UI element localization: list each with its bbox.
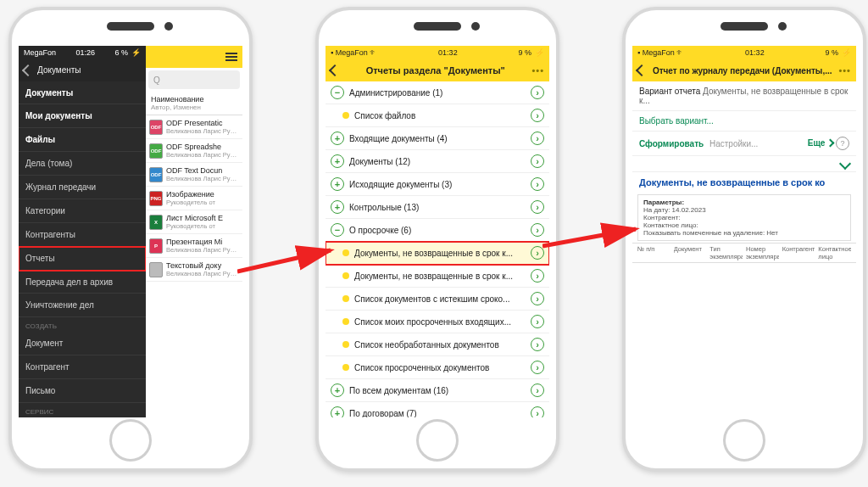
bullet-icon	[342, 249, 349, 256]
file-name: Презентация Mi	[166, 238, 239, 246]
file-row[interactable]: ODFODF SpreadsheВеликанова Ларис Руковод…	[146, 139, 242, 163]
more-icon[interactable]: •••	[838, 65, 851, 76]
tree-label: Список просроченных документов	[354, 363, 526, 372]
open-icon: ›	[531, 109, 544, 122]
collapse-toggle[interactable]	[632, 156, 856, 172]
tree-row[interactable]: Документы, не возвращенные в срок к...›	[326, 242, 549, 265]
nav-item[interactable]: Контрагенты	[19, 223, 146, 247]
open-icon: ›	[531, 406, 544, 417]
bullet-icon	[342, 112, 349, 119]
choose-variant-link[interactable]: Выбрать вариант...	[632, 111, 856, 132]
tree-label: По договорам (7)	[349, 409, 526, 418]
file-row[interactable]: PПрезентация MiВеликанова Ларис Руководи…	[146, 234, 242, 258]
tree-row[interactable]: Список файлов›	[326, 104, 549, 127]
file-row[interactable]: PNGИзображениеРуководитель от	[146, 187, 242, 210]
page-header: Отчеты раздела "Документы" •••	[326, 59, 549, 81]
expand-icon: +	[331, 406, 344, 417]
tree-label: Список моих просроченных входящих...	[354, 317, 526, 327]
generate-button[interactable]: Сформировать	[639, 139, 704, 148]
tree-row[interactable]: +Контрольные (13)›	[326, 196, 549, 219]
nav-item[interactable]: Категории	[19, 199, 146, 223]
tree-label: Исходящие документы (3)	[349, 180, 526, 189]
file-name: Лист Microsoft E	[166, 214, 239, 222]
tree-row[interactable]: −Администрирование (1)›	[326, 81, 549, 104]
nav-item[interactable]: Уничтожение дел	[19, 294, 146, 317]
tree-row[interactable]: Список моих просроченных входящих...›	[326, 311, 549, 333]
file-name: ODF Spreadshe	[166, 143, 239, 151]
tree-label: Список документов с истекшим сроко...	[354, 294, 526, 304]
page-title: Отчеты раздела "Документы"	[366, 65, 505, 76]
more-link[interactable]: Еще	[808, 138, 833, 148]
tree-row[interactable]: +Исходящие документы (3)›	[326, 173, 549, 196]
phone-1: MegaFon 01:26 6 % ⚡ Документы Документы …	[8, 7, 253, 472]
variant-row: Вариант отчета Документы, не возвращенны…	[632, 81, 856, 111]
tree-row[interactable]: +По всем документам (16)›	[326, 379, 549, 402]
back-icon	[22, 64, 34, 76]
back-icon[interactable]	[636, 64, 648, 76]
bullet-icon	[342, 341, 349, 348]
tree-row[interactable]: Список просроченных документов›	[326, 356, 549, 379]
status-right: 6 % ⚡	[114, 48, 141, 57]
file-row[interactable]: XЛист Microsoft EРуководитель от	[146, 210, 242, 234]
file-list: ODFODF PresentatiсВеликанова Ларис Руков…	[146, 115, 242, 282]
page-title: Отчет по журналу передачи (Документы,...	[653, 66, 832, 76]
content-pane: Q Наименование Автор, Изменен ODFODF Pre…	[146, 46, 242, 417]
file-meta: Руководитель от	[166, 222, 239, 230]
tree-label: Документы, не возвращенные в срок к...	[354, 249, 526, 258]
search-input[interactable]: Q	[148, 70, 240, 89]
nav-item[interactable]: Файлы	[19, 128, 146, 152]
tree-row[interactable]: Список документов с истекшим сроко...›	[326, 288, 549, 311]
file-meta: Великанова Ларис Руководитель от	[166, 270, 239, 277]
tree-row[interactable]: Список необработанных документов›	[326, 333, 549, 356]
file-row[interactable]: Текстовый докуВеликанова Ларис Руководит…	[146, 258, 242, 282]
file-type-icon: ODF	[149, 143, 163, 159]
file-meta: Великанова Ларис Руководитель от	[166, 175, 239, 182]
nav-item[interactable]: Контрагент	[19, 355, 146, 379]
open-icon: ›	[531, 200, 544, 214]
tree-row[interactable]: +Входящие документы (4)›	[326, 127, 549, 150]
nav-item[interactable]: Документы	[19, 81, 146, 105]
hamburger-icon[interactable]	[225, 51, 237, 63]
open-icon: ›	[531, 223, 544, 237]
sidebar: MegaFon 01:26 6 % ⚡ Документы Документы …	[19, 46, 146, 417]
tree-label: Список файлов	[354, 111, 526, 120]
open-icon: ›	[531, 383, 544, 397]
sidebar-header[interactable]: Документы	[19, 59, 146, 81]
camera-dot	[778, 22, 787, 31]
settings-link[interactable]: Настройки...	[709, 139, 758, 148]
file-row[interactable]: ODFODF Text DocunВеликанова Ларис Руково…	[146, 163, 242, 187]
report-title: Документы, не возвращенные в срок ко	[632, 172, 856, 193]
home-button[interactable]	[723, 419, 765, 462]
nav-item-reports[interactable]: Отчеты	[19, 247, 146, 271]
tree-label: О просрочке (6)	[349, 226, 526, 235]
back-icon[interactable]	[329, 64, 341, 76]
col-sub: Автор, Изменен	[151, 104, 237, 111]
tree-row[interactable]: Документы, не возвращенные в срок к...›	[326, 265, 549, 288]
more-icon[interactable]: •••	[531, 65, 544, 76]
tree-label: Администрирование (1)	[349, 88, 526, 98]
nav-item[interactable]: Дела (тома)	[19, 152, 146, 176]
help-icon[interactable]: ?	[836, 137, 849, 150]
tree-row[interactable]: +По договорам (7)›	[326, 402, 549, 417]
file-meta: Руководитель от	[166, 199, 239, 206]
expand-icon: +	[331, 200, 344, 214]
report-tree: −Администрирование (1)›Список файлов›+Вх…	[326, 81, 549, 417]
nav-item[interactable]: Мои документы	[19, 104, 146, 128]
home-button[interactable]	[109, 419, 152, 462]
clock: 01:26	[75, 48, 95, 57]
content-header	[146, 46, 242, 68]
nav-item[interactable]: Журнал передачи	[19, 176, 146, 199]
nav-item[interactable]: Письмо	[19, 379, 146, 403]
file-name: ODF Text Docun	[166, 166, 239, 175]
tree-row[interactable]: −О просрочке (6)›	[326, 219, 549, 242]
clock: 01:32	[438, 48, 458, 57]
open-icon: ›	[531, 269, 544, 283]
open-icon: ›	[531, 132, 544, 145]
file-row[interactable]: ODFODF PresentatiсВеликанова Ларис Руков…	[146, 115, 242, 139]
home-button[interactable]	[416, 419, 459, 462]
tree-row[interactable]: +Документы (12)›	[326, 150, 549, 173]
file-type-icon: X	[149, 215, 163, 230]
bullet-icon	[342, 318, 349, 325]
nav-item[interactable]: Документ	[19, 332, 146, 355]
nav-item[interactable]: Передача дел в архив	[19, 271, 146, 294]
